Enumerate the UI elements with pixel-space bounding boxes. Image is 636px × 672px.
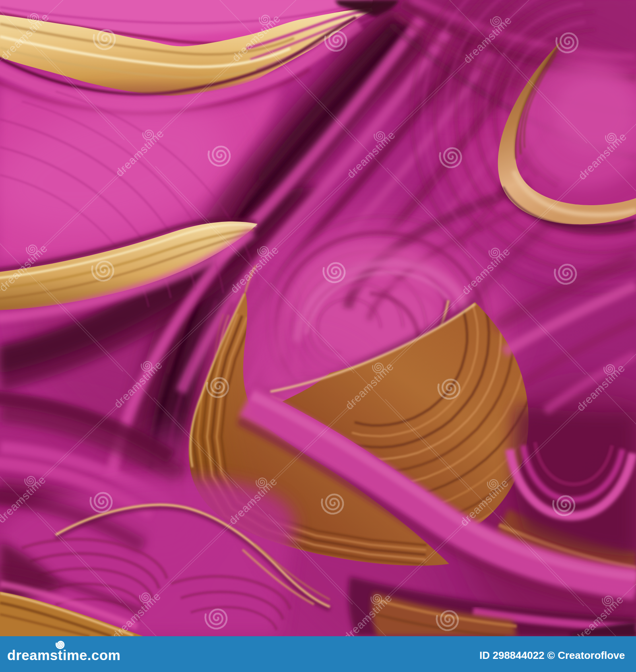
- svg-text:dreamstime.com: dreamstime.com: [7, 647, 120, 663]
- svg-text:ID 298844022 © Creatoroflove: ID 298844022 © Creatoroflove: [479, 649, 625, 661]
